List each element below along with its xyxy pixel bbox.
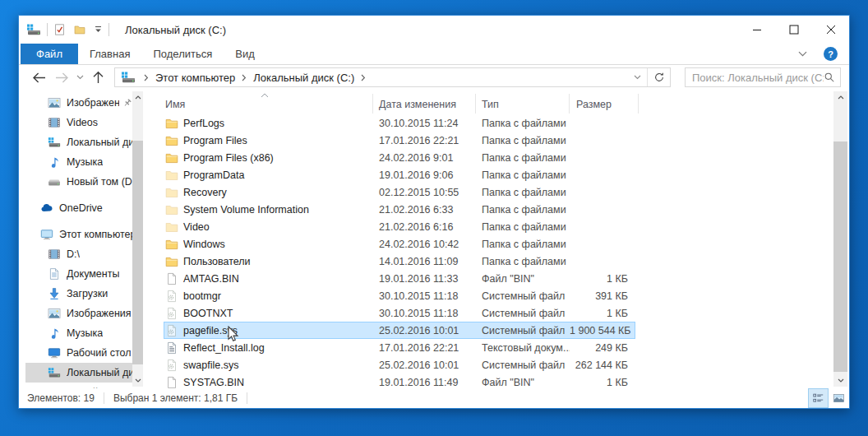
minimize-button[interactable]: [738, 16, 775, 44]
file-date-modified: 19.01.2016 9:06: [379, 169, 482, 181]
title-bar: Локальный диск (C:): [19, 16, 849, 44]
scroll-up-icon[interactable]: [132, 91, 143, 104]
file-type: Системный файл: [482, 325, 570, 336]
sidebar-item[interactable]: Рабочий стол: [25, 343, 132, 363]
file-name: swapfile.sys: [183, 359, 379, 371]
pin-icon: [122, 98, 132, 108]
sidebar-item[interactable]: Новый том (D:): [25, 172, 132, 192]
sidebar-scrollbar[interactable]: [132, 91, 143, 387]
sidebar-item[interactable]: Изображения: [25, 304, 132, 323]
properties-icon[interactable]: [53, 23, 66, 36]
file-size: 1 КБ: [570, 308, 630, 319]
file-type: Папка с файлами: [482, 239, 570, 250]
refresh-icon[interactable]: [648, 68, 670, 86]
file-row[interactable]: ProgramData19.01.2016 9:06Папка с файлам…: [164, 166, 635, 183]
navigation-bar: Этот компьютерЛокальный диск (C:): [19, 65, 849, 90]
close-button[interactable]: [812, 16, 849, 44]
folder-icon: [165, 117, 178, 130]
column-divider[interactable]: [475, 94, 476, 114]
sidebar-item[interactable]: D:\: [25, 244, 132, 264]
large-icons-view-icon[interactable]: [829, 388, 849, 408]
customize-toolbar-icon[interactable]: [94, 26, 103, 34]
navigation-pane: ИзображенияVideosЛокальный диск (C:)Музы…: [25, 93, 132, 388]
maximize-button[interactable]: [775, 16, 812, 44]
column-header-date[interactable]: Дата изменения: [379, 99, 456, 110]
system-drive-icon: [48, 366, 61, 379]
forward-button[interactable]: [50, 67, 73, 87]
sidebar-item-label: D:\: [67, 248, 80, 260]
system-drive-icon[interactable]: [26, 23, 41, 36]
file-type: Папка с файлами: [482, 118, 570, 129]
file-row[interactable]: AMTAG.BIN19.01.2016 11:33Файл "BIN"1 КБ: [164, 270, 635, 287]
sidebar-item[interactable]: Локальный диск (C:): [25, 132, 132, 152]
drive-icon: [48, 175, 61, 188]
tab-file[interactable]: Файл: [21, 44, 78, 64]
scroll-up-icon[interactable]: [833, 91, 847, 104]
search-input[interactable]: [692, 72, 824, 84]
recent-locations-icon[interactable]: [73, 67, 86, 87]
scrollbar-thumb[interactable]: [132, 141, 143, 364]
search-icon[interactable]: [824, 72, 835, 83]
tab-share[interactable]: Поделиться: [141, 44, 224, 64]
back-button[interactable]: [27, 67, 50, 87]
items-count: Элементов: 19: [27, 392, 95, 404]
sidebar-item[interactable]: Документы: [25, 264, 132, 284]
file-row[interactable]: Video21.02.2016 6:16Папка с файлами: [164, 218, 635, 235]
file-row[interactable]: BOOTNXT30.10.2015 11:18Системный файл1 К…: [164, 304, 635, 322]
address-bar[interactable]: Этот компьютерЛокальный диск (C:): [114, 67, 671, 87]
file-row[interactable]: Program Files17.01.2016 22:21Папка с фай…: [164, 132, 635, 149]
scroll-down-icon[interactable]: [833, 374, 847, 387]
file-name: pagefile.sys: [183, 325, 379, 336]
column-header-size[interactable]: Размер: [576, 99, 612, 110]
file-row[interactable]: pagefile.sys25.02.2016 10:01Системный фа…: [164, 322, 635, 339]
sidebar-item[interactable]: Локальный диск (C:): [25, 363, 132, 383]
window-title: Локальный диск (C:): [125, 24, 226, 36]
sidebar-item[interactable]: OneDrive: [25, 198, 132, 218]
sidebar-item[interactable]: Videos: [25, 113, 132, 132]
up-button[interactable]: [86, 67, 109, 87]
music-icon: [48, 327, 61, 340]
file-row[interactable]: SYSTAG.BIN19.01.2016 11:49Файл "BIN"1 КБ: [164, 373, 635, 388]
file-row[interactable]: swapfile.sys25.02.2016 10:01Системный фа…: [164, 356, 635, 373]
sidebar-item[interactable]: Этот компьютер: [25, 225, 132, 244]
address-dropdown-icon[interactable]: [627, 68, 647, 86]
file-row[interactable]: Recovery02.12.2015 10:55Папка с файлами: [164, 183, 635, 201]
sidebar-item-label: Документы: [67, 268, 119, 280]
file-row[interactable]: PerfLogs30.10.2015 11:24Папка с файлами: [164, 114, 635, 132]
search-box[interactable]: [685, 67, 841, 87]
column-divider[interactable]: [372, 94, 373, 114]
chevron-right-icon: [361, 74, 366, 81]
help-button[interactable]: ?: [824, 47, 838, 61]
file-row[interactable]: Program Files (x86)24.02.2016 9:01Папка …: [164, 149, 635, 166]
folder-hidden-icon: [165, 203, 178, 216]
sidebar-item[interactable]: Загрузки: [25, 284, 132, 304]
scrollbar-thumb[interactable]: [833, 141, 847, 372]
sidebar-item[interactable]: Изображения: [25, 93, 132, 113]
column-header-name[interactable]: Имя: [165, 99, 185, 110]
file-row[interactable]: Windows24.02.2016 10:42Папка с файлами: [164, 235, 635, 253]
column-header-type[interactable]: Тип: [482, 99, 499, 110]
system-file-icon: [165, 359, 178, 372]
file-row[interactable]: bootmgr30.10.2015 11:18Системный файл391…: [164, 287, 635, 304]
collapse-ribbon-icon[interactable]: [798, 51, 807, 57]
new-folder-icon[interactable]: [74, 24, 85, 35]
file-row[interactable]: System Volume Information21.02.2016 6:33…: [164, 201, 635, 218]
scroll-down-icon[interactable]: [132, 374, 143, 387]
breadcrumb-item[interactable]: Этот компьютер: [154, 72, 237, 84]
column-divider[interactable]: [638, 94, 639, 114]
list-scrollbar[interactable]: [833, 91, 847, 387]
sidebar-item[interactable]: Музыка: [25, 152, 132, 172]
file-type: Папка с файлами: [482, 169, 570, 181]
tab-home[interactable]: Главная: [78, 44, 141, 64]
file-row[interactable]: Пользователи14.01.2016 11:09Папка с файл…: [164, 253, 635, 270]
file-row[interactable]: Reflect_Install.log17.01.2016 22:21Текст…: [164, 339, 635, 356]
details-view-icon[interactable]: [808, 388, 829, 408]
file-date-modified: 25.02.2016 10:01: [379, 359, 482, 371]
sidebar-item[interactable]: Музыка: [25, 323, 132, 343]
breadcrumb-item[interactable]: Локальный диск (C:): [252, 72, 356, 84]
column-divider[interactable]: [569, 94, 570, 114]
file-name: SYSTAG.BIN: [183, 377, 379, 388]
sidebar-item-label: Новый том (D:): [67, 387, 132, 388]
sidebar-item[interactable]: Новый том (D:): [25, 383, 132, 388]
tab-view[interactable]: Вид: [224, 44, 266, 64]
